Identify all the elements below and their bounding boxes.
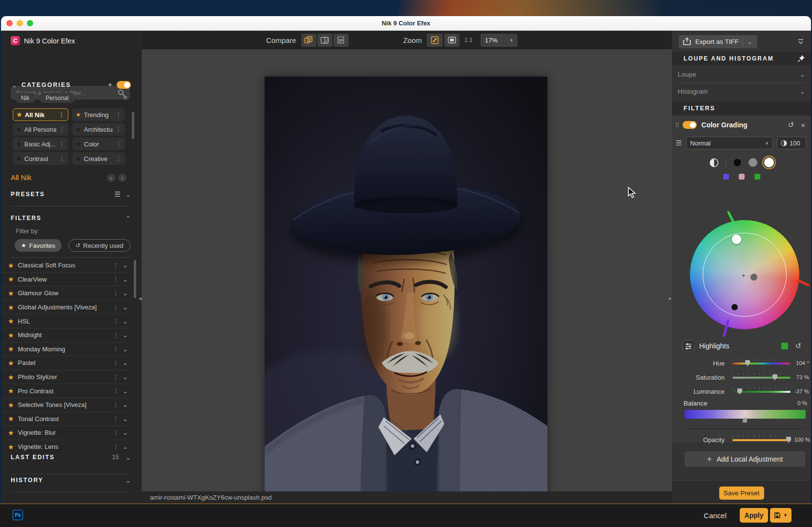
filter-row[interactable]: ★Glamour Glow⋮⌄ — [1, 286, 131, 301]
category-architecture[interactable]: ★ Architecture ⋮ — [72, 123, 125, 136]
collapse-panel-icon[interactable] — [797, 38, 805, 45]
hue-slider[interactable] — [732, 363, 791, 365]
shadows-wheel-handle[interactable] — [731, 304, 738, 310]
compare-split-horizontal-button[interactable] — [333, 34, 349, 47]
canvas-area[interactable]: ◄ ► — [142, 49, 672, 491]
compare-split-vertical-button[interactable] — [317, 34, 333, 47]
color-grading-wheel[interactable]: + — [690, 220, 799, 329]
category-menu-icon[interactable]: ⋮ — [59, 111, 64, 118]
filter-menu-icon[interactable]: ⋮ — [113, 276, 119, 283]
collapse-left-panel-icon[interactable]: ◄ — [138, 296, 143, 301]
compare-overlay-button[interactable] — [301, 34, 316, 47]
categories-toggle[interactable] — [117, 81, 131, 89]
category-color[interactable]: ★ Color ⋮ — [72, 138, 125, 150]
filter-menu-icon[interactable]: ⋮ — [113, 360, 119, 366]
export-options-icon[interactable]: ⌄ — [743, 39, 756, 45]
star-icon[interactable]: ★ — [76, 155, 81, 162]
filter-menu-icon[interactable]: ⋮ — [113, 345, 119, 352]
filter-expand-icon[interactable]: ⌄ — [123, 360, 128, 366]
filter-row[interactable]: ★Midnight⋮⌄ — [1, 328, 131, 343]
tone-reset-icon[interactable]: ↺ — [795, 342, 801, 350]
pin-icon[interactable] — [797, 55, 805, 62]
window-titlebar[interactable]: Nik 9 Color Efex — [1, 16, 811, 31]
filter-row[interactable]: ★HSL⋮⌄ — [1, 314, 131, 328]
favorite-star-icon[interactable]: ★ — [8, 443, 14, 451]
filter-expand-icon[interactable]: ⌄ — [123, 429, 128, 436]
filter-row[interactable]: ★Classical Soft Focus⋮⌄ — [1, 259, 131, 273]
add-category-icon[interactable]: + — [108, 81, 112, 89]
favorite-star-icon[interactable]: ★ — [8, 331, 14, 339]
star-icon[interactable]: ★ — [76, 111, 81, 118]
midtones-color-swatch[interactable] — [739, 174, 745, 180]
highlights-color-swatch[interactable] — [754, 174, 760, 180]
category-menu-icon[interactable]: ⋮ — [116, 126, 122, 133]
filter-menu-icon[interactable]: ⋮ — [113, 262, 119, 269]
category-menu-icon[interactable]: ⋮ — [116, 155, 122, 162]
apply-options-button[interactable]: ▼ — [770, 508, 791, 523]
category-creative[interactable]: ★ Creative ⋮ — [72, 152, 125, 165]
favorite-star-icon[interactable]: ★ — [8, 401, 14, 409]
filter-expand-icon[interactable]: ⌄ — [123, 374, 128, 380]
filter-menu-icon[interactable]: ⋮ — [113, 429, 119, 436]
saturation-slider[interactable] — [732, 377, 791, 379]
favorite-star-icon[interactable]: ★ — [8, 429, 14, 437]
categories-scrollbar[interactable] — [132, 112, 134, 139]
filter-expand-icon[interactable]: ⌄ — [123, 402, 128, 408]
drag-handle-icon[interactable]: ⠿ — [675, 122, 680, 129]
tone-color-swatch[interactable] — [781, 343, 788, 349]
shadows-color-swatch[interactable] — [723, 174, 729, 180]
add-local-adjustment-button[interactable]: + Add Local Adjustment — [685, 451, 805, 466]
blend-mode-select[interactable]: Normal ▲▼ — [686, 137, 773, 149]
loupe-expand-icon[interactable]: ⌄ — [800, 71, 805, 78]
filter-row[interactable]: ★Selective Tones [Viveza]⋮⌄ — [1, 398, 131, 412]
filter-row[interactable]: ★Monday Morning⋮⌄ — [1, 343, 131, 357]
luminance-slider-handle[interactable] — [737, 388, 742, 393]
filter-expand-icon[interactable]: ⌄ — [123, 276, 128, 283]
reset-filter-icon[interactable]: ↺ — [788, 121, 794, 129]
midtones-wheel-handle[interactable] — [750, 274, 757, 281]
shadows-tone-button[interactable] — [733, 158, 742, 167]
categories-collapse-icon[interactable]: ⌄ — [12, 82, 17, 88]
history-collapse-icon[interactable]: ⌄ — [125, 477, 131, 484]
favorite-tag-star-icon[interactable]: ★ — [122, 93, 128, 101]
export-button[interactable]: Export as TIFF ⌄ — [679, 35, 757, 48]
tone-sliders-icon[interactable] — [683, 340, 694, 352]
apply-button[interactable]: Apply — [740, 508, 768, 523]
star-icon[interactable]: ★ — [16, 141, 21, 147]
favorite-star-icon[interactable]: ★ — [8, 304, 14, 311]
last-edits-collapse-icon[interactable]: ⌄ — [125, 454, 131, 461]
category-menu-icon[interactable]: ⋮ — [59, 141, 65, 147]
category-menu-icon[interactable]: ⋮ — [59, 126, 65, 133]
save-preset-button[interactable]: Save Preset — [719, 486, 764, 500]
filter-menu-icon[interactable]: ⋮ — [113, 444, 119, 450]
filter-expand-icon[interactable]: ⌄ — [123, 262, 128, 268]
zoom-window-button[interactable] — [27, 20, 33, 26]
stepper-icon[interactable]: ▲▼ — [510, 39, 513, 42]
star-icon[interactable]: ★ — [76, 126, 81, 133]
category-menu-icon[interactable]: ⋮ — [116, 141, 122, 147]
category-basic-adjustments[interactable]: ★ Basic Adj... ⋮ — [13, 138, 68, 150]
hue-slider-handle[interactable] — [745, 360, 750, 365]
zoom-100-button[interactable]: 1:1 — [461, 34, 476, 47]
favorite-star-icon[interactable]: ★ — [8, 317, 14, 325]
filter-expand-icon[interactable]: ⌄ — [123, 332, 128, 338]
filter-expand-icon[interactable]: ⌄ — [123, 388, 128, 394]
opacity-slider[interactable] — [732, 439, 791, 441]
filter-row[interactable]: ★Pro Contrast⋮⌄ — [1, 384, 131, 398]
filter-menu-icon[interactable]: ⋮ — [113, 387, 119, 394]
histogram-expand-icon[interactable]: ⌄ — [800, 88, 805, 95]
prev-category-button[interactable]: ‹ — [107, 174, 115, 182]
category-menu-icon[interactable]: ⋮ — [116, 111, 122, 118]
photo-preview[interactable] — [265, 77, 547, 497]
favorite-star-icon[interactable]: ★ — [8, 289, 14, 297]
favorite-star-icon[interactable]: ★ — [8, 359, 14, 367]
filter-menu-icon[interactable]: ⋮ — [113, 304, 119, 311]
filter-chip-favorites[interactable]: ★ Favorites — [15, 239, 62, 252]
saturation-slider-handle[interactable] — [772, 374, 777, 379]
filter-row[interactable]: ★Photo Stylizer⋮⌄ — [1, 370, 131, 385]
tag-personal[interactable]: Personal — [39, 93, 75, 103]
filter-menu-icon[interactable]: ⋮ — [113, 374, 119, 381]
highlights-tone-button[interactable] — [764, 158, 774, 167]
category-all-personal[interactable]: ★ All Personal ⋮ — [13, 123, 68, 136]
close-window-button[interactable] — [6, 20, 13, 26]
